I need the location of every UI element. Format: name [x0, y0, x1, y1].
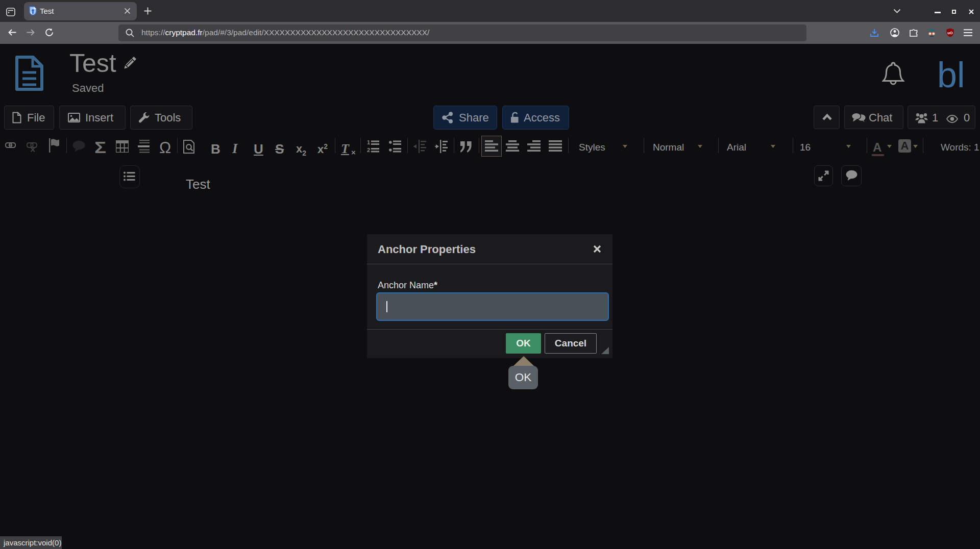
svg-text:1: 1 [367, 140, 370, 145]
svg-text:uO: uO [947, 31, 953, 35]
svg-text:2: 2 [367, 147, 370, 153]
